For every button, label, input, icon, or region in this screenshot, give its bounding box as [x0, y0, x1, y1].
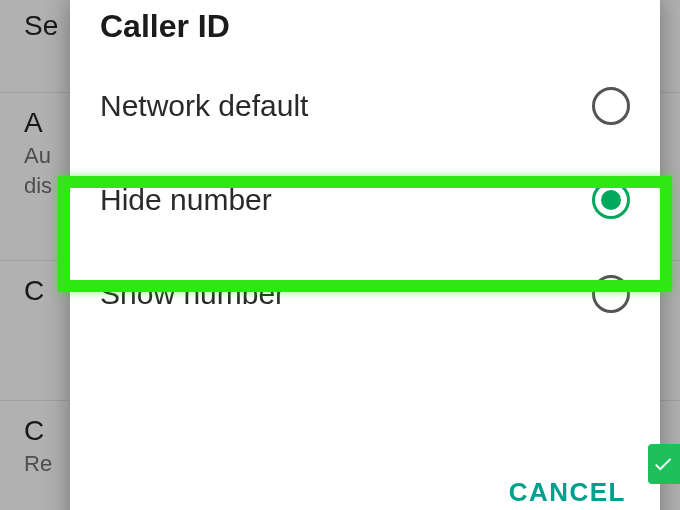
dialog-title: Caller ID [70, 8, 660, 59]
radio-icon [592, 275, 630, 313]
option-hide-number[interactable]: Hide number [70, 153, 660, 247]
cancel-button[interactable]: CANCEL [509, 477, 626, 508]
dialog-actions: CANCEL [70, 461, 660, 510]
option-show-number[interactable]: Show number [70, 247, 660, 341]
option-label: Show number [100, 277, 285, 311]
radio-icon-selected [592, 181, 630, 219]
check-icon [652, 453, 674, 475]
option-label: Network default [100, 89, 308, 123]
check-badge [648, 444, 680, 484]
caller-id-dialog: Caller ID Network default Hide number Sh… [70, 0, 660, 510]
radio-icon [592, 87, 630, 125]
option-network-default[interactable]: Network default [70, 59, 660, 153]
option-label: Hide number [100, 183, 272, 217]
